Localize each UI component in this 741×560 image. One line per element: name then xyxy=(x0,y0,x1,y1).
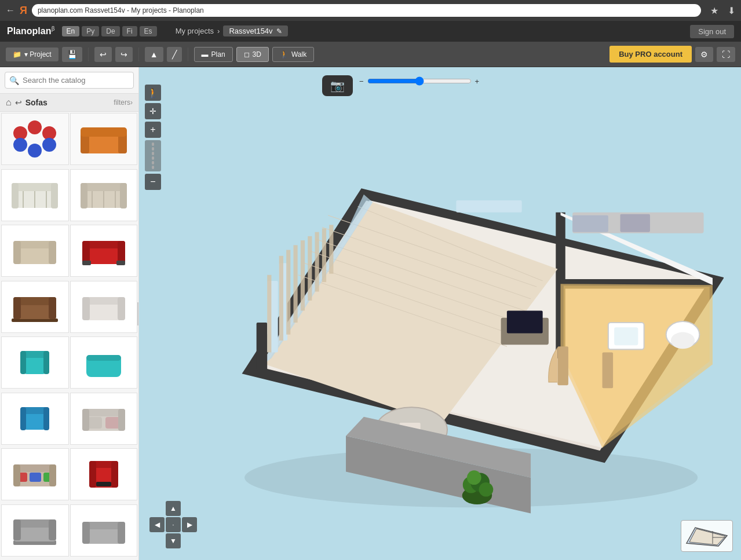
browser-back-button[interactable]: ← xyxy=(6,5,15,16)
canvas-area[interactable]: − + 📷 🚶 ✛ + − xyxy=(139,67,741,560)
toolbar-separator xyxy=(88,47,89,61)
svg-rect-27 xyxy=(49,241,56,264)
minimap[interactable] xyxy=(681,520,733,552)
nav-pad: ▲ ◀ · ▶ ▼ xyxy=(149,501,197,548)
left-controls: 🚶 ✛ + − xyxy=(145,85,161,190)
catalog-item-red-sofa[interactable] xyxy=(70,225,138,277)
compass-button[interactable]: ✛ xyxy=(145,103,161,119)
svg-rect-70 xyxy=(96,482,111,486)
floorplan-container xyxy=(171,96,724,525)
sign-out-button[interactable]: Sign out xyxy=(690,25,734,38)
catalog-item-stripe-sofa2[interactable] xyxy=(70,169,138,221)
svg-point-118 xyxy=(479,482,494,497)
svg-rect-105 xyxy=(308,236,312,301)
main-layout: 🔍 ⌂ ↩ Sofas filters› xyxy=(0,67,741,560)
camera-button[interactable]: 📷 xyxy=(322,75,353,96)
3d-icon: ◻ xyxy=(244,50,250,58)
nav-left-button[interactable]: ◀ xyxy=(149,517,165,532)
buy-pro-button[interactable]: Buy PRO account xyxy=(609,46,692,63)
lang-tab-ru[interactable]: Ру xyxy=(82,26,99,36)
svg-rect-68 xyxy=(89,461,96,488)
catalog-item-colorful-sofa[interactable] xyxy=(1,448,69,500)
settings-button[interactable]: ⚙ xyxy=(695,47,713,62)
lang-tab-fi[interactable]: Fi xyxy=(122,26,137,36)
filters-link[interactable]: filters› xyxy=(114,98,133,107)
catalog-item-teal-chair[interactable] xyxy=(1,336,69,389)
catalog-item-brown-sofa[interactable] xyxy=(1,281,69,333)
zoom-slider[interactable] xyxy=(367,76,472,86)
breadcrumb-my-projects[interactable]: My projects xyxy=(176,27,214,35)
undo-button[interactable]: ↩ xyxy=(94,47,112,62)
svg-rect-38 xyxy=(49,297,56,319)
catalog-item-pillow-sofa[interactable] xyxy=(70,393,138,445)
fullscreen-button[interactable]: ⛶ xyxy=(717,47,735,62)
catalog-item-blue-chair2[interactable] xyxy=(1,393,69,445)
zoom-out-button[interactable]: − xyxy=(145,174,161,190)
zoom-bar xyxy=(145,140,161,171)
toolbar-separator-3 xyxy=(188,47,188,61)
breadcrumb: My projects › Rassvet154v ✎ xyxy=(176,25,288,36)
svg-rect-65 xyxy=(49,464,56,486)
sidebar-home-button[interactable]: ⌂ xyxy=(6,97,12,108)
save-button[interactable]: 💾 xyxy=(62,47,82,62)
svg-rect-48 xyxy=(86,355,121,361)
catalog-item-gray-sofa1[interactable] xyxy=(1,504,69,557)
svg-rect-42 xyxy=(118,297,125,320)
download-icon[interactable]: ⬇ xyxy=(728,5,735,16)
address-bar[interactable]: planoplan.com Rassvet154v - My projects … xyxy=(32,4,701,17)
svg-rect-75 xyxy=(49,519,56,540)
svg-rect-52 xyxy=(43,407,49,430)
bookmark-icon[interactable]: ★ xyxy=(710,5,718,16)
lang-tab-en[interactable]: En xyxy=(62,26,80,36)
catalog-item-red-armchair[interactable] xyxy=(70,448,138,500)
plan-icon: ▬ xyxy=(202,50,209,58)
nav-up-button[interactable]: ▲ xyxy=(166,501,181,516)
catalog-item-light-sofa[interactable] xyxy=(70,281,138,333)
svg-rect-97 xyxy=(257,323,268,370)
minimap-svg xyxy=(684,523,730,549)
svg-point-119 xyxy=(467,470,481,485)
language-tabs: En Ру De Fi Es xyxy=(62,26,157,36)
walk-view-button[interactable]: 🚶 Walk xyxy=(272,47,314,62)
project-button[interactable]: 📁 ▾ Project xyxy=(6,47,59,61)
catalog-item-blue-chairs[interactable] xyxy=(1,113,69,165)
person-view-button[interactable]: 🚶 xyxy=(145,85,161,101)
nav-right-button[interactable]: ▶ xyxy=(182,517,197,532)
svg-point-127 xyxy=(671,332,695,349)
3d-view-button[interactable]: ◻ 3D xyxy=(236,47,269,62)
select-tool-button[interactable]: ▲ xyxy=(145,47,163,62)
svg-rect-123 xyxy=(620,214,649,232)
zoom-in-button[interactable]: + xyxy=(145,122,161,138)
svg-rect-23 xyxy=(120,183,127,208)
lang-tab-es[interactable]: Es xyxy=(140,26,157,36)
nav-down-button[interactable]: ▼ xyxy=(166,533,181,548)
search-input[interactable] xyxy=(5,72,134,89)
nav-center-button[interactable]: · xyxy=(166,517,181,532)
svg-rect-78 xyxy=(82,522,90,544)
svg-rect-128 xyxy=(456,200,521,213)
svg-point-1 xyxy=(13,138,27,152)
svg-rect-103 xyxy=(293,245,297,323)
svg-rect-100 xyxy=(267,275,271,353)
edit-icon[interactable]: ✎ xyxy=(276,27,282,35)
ruler-tool-button[interactable]: ╱ xyxy=(167,47,182,62)
catalog-item-beige-sofa[interactable] xyxy=(1,225,69,277)
catalog-item-orange-sofa[interactable] xyxy=(70,113,138,165)
redo-button[interactable]: ↪ xyxy=(115,47,133,62)
svg-rect-69 xyxy=(111,461,118,488)
svg-rect-45 xyxy=(20,351,26,374)
catalog-item-gray-sofa2[interactable] xyxy=(70,504,138,557)
walk-icon: 🚶 xyxy=(280,50,289,58)
lang-tab-de[interactable]: De xyxy=(101,26,119,36)
svg-rect-102 xyxy=(286,250,290,335)
catalog-item-stripe-sofa1[interactable] xyxy=(1,169,69,221)
svg-rect-15 xyxy=(12,183,19,208)
sidebar-back-button[interactable]: ↩ xyxy=(15,98,22,107)
sidebar-category-label: Sofas xyxy=(25,98,48,107)
app-logo: Planoplanβ xyxy=(7,25,55,36)
zoom-minus-label: − xyxy=(359,77,364,86)
browser-logo: Я xyxy=(20,5,27,17)
catalog-item-teal-ottoman[interactable] xyxy=(70,336,138,389)
svg-rect-104 xyxy=(301,240,305,310)
plan-view-button[interactable]: ▬ Plan xyxy=(194,47,233,62)
